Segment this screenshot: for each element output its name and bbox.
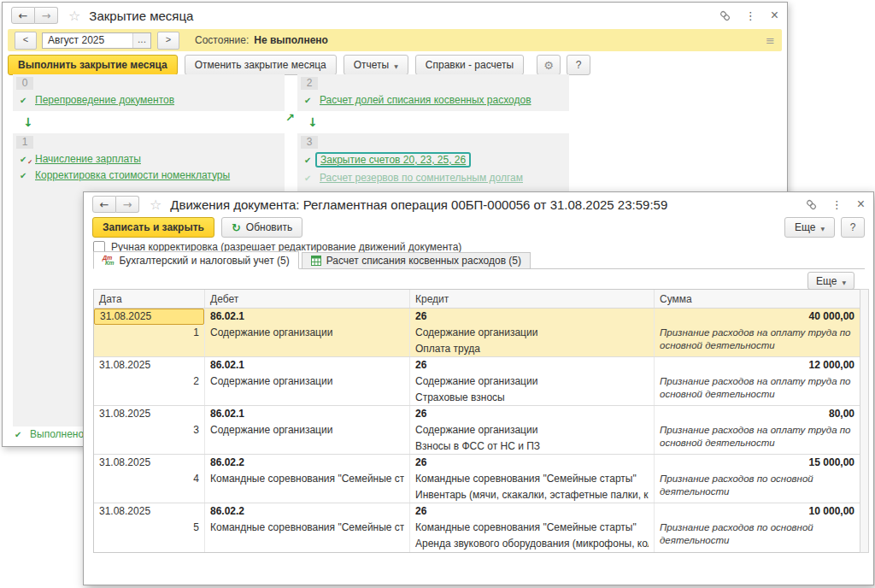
back-button[interactable]: [92, 196, 116, 213]
prev-period-button[interactable]: <: [15, 32, 37, 50]
window-document-movements: Движения документа: Регламентная операци…: [83, 191, 874, 585]
period-value: Август 2025: [48, 34, 104, 46]
table-row[interactable]: 31.08.2025 5 86.02.2 Командные соревнова…: [94, 503, 860, 552]
period-bar: < Август 2025 ... > Состояние: Не выполн…: [8, 29, 782, 51]
forward-button[interactable]: [116, 196, 139, 213]
entry-comment: Признание расходов по основной деятельно…: [660, 520, 854, 547]
list-item: Корректировка стоимости номенклатуры: [13, 167, 285, 183]
titlebar-document-movements: Движения документа: Регламентная операци…: [84, 192, 873, 216]
link-icon[interactable]: [806, 199, 817, 210]
table-header: Дата Дебет Кредит Сумма: [94, 290, 860, 309]
movements-toolbar: Записать и закрыть Обновить Еще ?: [92, 217, 865, 238]
back-icon: [100, 198, 109, 211]
tab-indirect-costs[interactable]: Расчет списания косвенных расходов (5): [302, 252, 531, 269]
column-header-date[interactable]: Дата: [94, 290, 205, 308]
column-header-debit[interactable]: Дебет: [205, 290, 410, 308]
titlebar-month-closing: Закрытие месяца: [3, 3, 787, 28]
save-and-close-button[interactable]: Записать и закрыть: [92, 217, 214, 238]
entry-comment: Признание расходов на оплату труда по ос…: [660, 325, 854, 352]
reports-button[interactable]: Отчеты: [344, 55, 408, 75]
help-button[interactable]: ?: [567, 55, 590, 75]
operation-link-indirect-costs[interactable]: Расчет долей списания косвенных расходов: [320, 94, 531, 106]
step-number-badge: 3: [301, 136, 318, 149]
list-menu-icon[interactable]: [766, 34, 775, 47]
entry-comment: Признание расходов на оплату труда по ос…: [660, 422, 854, 450]
refresh-button[interactable]: Обновить: [221, 217, 302, 238]
table-icon: [311, 256, 321, 266]
checkmark-icon: [20, 94, 35, 106]
forward-icon: [42, 9, 51, 22]
period-input[interactable]: Август 2025 ...: [42, 32, 151, 49]
close-icon[interactable]: [857, 199, 865, 211]
back-icon: [19, 9, 28, 22]
down-arrow-icon: [23, 115, 33, 129]
tab-strip: Бухгалтерский и налоговый учет (5) Расче…: [93, 251, 531, 269]
vertical-dots-icon[interactable]: [745, 9, 756, 22]
gear-icon: [543, 59, 554, 72]
checkmark-warning-icon: [20, 153, 35, 165]
refresh-icon: [232, 221, 246, 234]
back-button[interactable]: [11, 7, 35, 24]
forward-icon: [123, 198, 132, 211]
checkmark-icon: [20, 169, 35, 181]
operation-link-doubtful-debts[interactable]: Расчет резервов по сомнительным долгам: [320, 172, 523, 184]
tab-accounting[interactable]: Бухгалтерский и налоговый учет (5): [93, 251, 299, 269]
entry-comment: Признание расходов по основной деятельно…: [660, 471, 854, 498]
step-panel-0: 0 Перепроведение документов: [13, 74, 285, 111]
list-item: Начисление зарплаты: [13, 150, 285, 167]
focused-date-cell[interactable]: 31.08.2025: [94, 309, 204, 325]
table-row[interactable]: 31.08.2025 1 86.02.1 Содержание организа…: [94, 309, 860, 357]
state-value: Не выполнено: [254, 34, 328, 46]
month-closing-toolbar: Выполнить закрытие месяца Отменить закры…: [8, 55, 524, 75]
column-header-credit[interactable]: Кредит: [410, 290, 655, 308]
operation-link-reposting[interactable]: Перепроведение документов: [35, 94, 174, 106]
table-more-button[interactable]: Еще: [807, 272, 854, 290]
transfer-arrow-icon: [285, 112, 295, 124]
link-icon[interactable]: [719, 10, 731, 21]
vertical-dots-icon[interactable]: [831, 198, 843, 211]
operation-link-payroll[interactable]: Начисление зарплаты: [35, 153, 141, 165]
chevron-down-icon: [815, 221, 825, 233]
chevron-down-icon: [389, 59, 398, 71]
highlighted-operation-box: Закрытие счетов 20, 23, 25, 26: [315, 152, 471, 168]
column-header-amount[interactable]: Сумма: [655, 290, 860, 308]
cancel-closing-button[interactable]: Отменить закрытие месяца: [185, 55, 337, 75]
list-item: Расчет долей списания косвенных расходов: [297, 91, 569, 108]
favorite-star-icon[interactable]: [150, 197, 161, 213]
step-number-badge: 0: [16, 77, 33, 90]
checkmark-icon: [304, 154, 320, 166]
table-row[interactable]: 31.08.2025 3 86.02.1 Содержание организа…: [94, 406, 860, 455]
help-button[interactable]: ?: [841, 217, 865, 238]
more-button[interactable]: Еще: [784, 217, 835, 238]
run-closing-button[interactable]: Выполнить закрытие месяца: [8, 55, 178, 75]
references-button[interactable]: Справки - расчеты: [415, 55, 524, 75]
debit-credit-icon: [103, 256, 115, 266]
period-picker-button[interactable]: ...: [132, 33, 150, 48]
step-number-badge: 2: [301, 77, 318, 90]
favorite-star-icon[interactable]: [68, 8, 80, 24]
table-row[interactable]: 31.08.2025 4 86.02.2 Командные соревнова…: [94, 455, 860, 503]
table-row[interactable]: 31.08.2025 2 86.02.1 Содержание организа…: [94, 357, 860, 406]
movements-table: Дата Дебет Кредит Сумма 31.08.2025 1 86.…: [93, 289, 860, 553]
next-period-button[interactable]: >: [157, 32, 179, 50]
list-item: Расчет резервов по сомнительным долгам: [297, 169, 569, 185]
desktop: Закрытие месяца < Август 2025 ... > Сост…: [0, 0, 875, 588]
vertical-scrollbar[interactable]: [860, 289, 869, 553]
checkmark-icon: [304, 94, 320, 106]
forward-button[interactable]: [35, 7, 58, 24]
list-item: Закрытие счетов 20, 23, 25, 26: [297, 150, 569, 169]
page-title: Закрытие месяца: [89, 9, 193, 23]
settings-button[interactable]: [537, 55, 561, 75]
page-title: Движения документа: Регламентная операци…: [170, 197, 667, 212]
operation-link-close-accounts[interactable]: Закрытие счетов 20, 23, 25, 26: [320, 154, 466, 166]
close-icon[interactable]: [771, 10, 778, 22]
down-arrow-icon: [308, 115, 318, 129]
operation-link-cost-adjustment[interactable]: Корректировка стоимости номенклатуры: [35, 169, 230, 181]
step-number-badge: 1: [16, 136, 33, 149]
step-panel-2: 2 Расчет долей списания косвенных расход…: [297, 74, 569, 111]
state-label: Состояние:: [195, 34, 249, 46]
checkmark-disabled-icon: [304, 172, 320, 184]
list-item: Перепроведение документов: [13, 91, 285, 108]
checkmark-icon: [15, 428, 30, 440]
chevron-down-icon: [837, 275, 846, 287]
